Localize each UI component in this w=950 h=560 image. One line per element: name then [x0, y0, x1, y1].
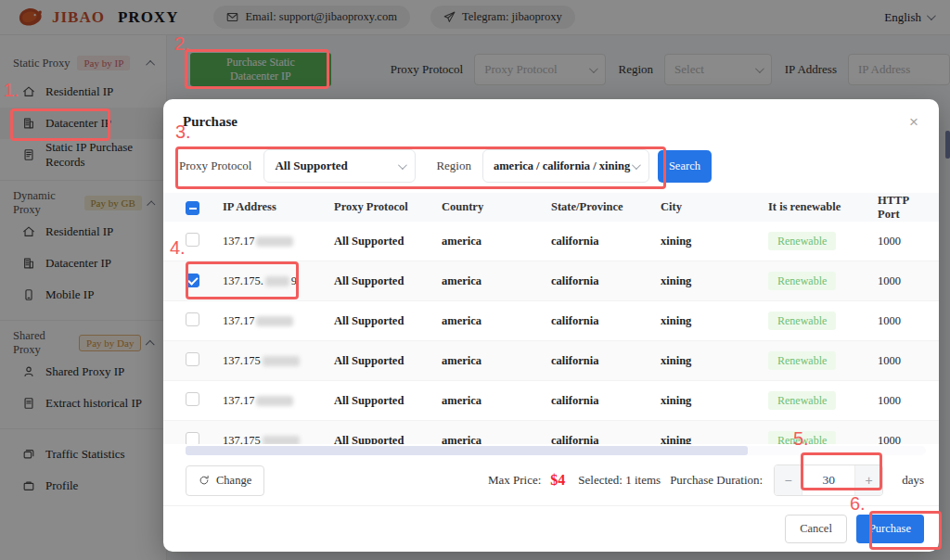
table-row: 137.17 All Supported america california …	[163, 301, 939, 341]
protocol-cell: All Supported	[334, 354, 442, 368]
country-cell: america	[442, 394, 551, 408]
state-cell: california	[551, 274, 661, 288]
col-renewable: It is renewable	[768, 200, 878, 214]
table-row: 137.17 All Supported america california …	[163, 222, 939, 261]
horizontal-scrollbar[interactable]	[186, 446, 926, 455]
blurred-ip-mask	[256, 236, 293, 247]
scrollbar-thumb[interactable]	[186, 446, 748, 455]
country-cell: america	[442, 354, 551, 368]
country-cell: america	[442, 434, 551, 445]
blurred-ip-mask	[256, 396, 293, 406]
app-screen: JIBAO PROXY Email: support@jibaoproxy.co…	[0, 0, 950, 560]
protocol-cell: All Supported	[334, 314, 442, 328]
table-body: 137.17 All Supported america california …	[163, 222, 939, 444]
region-select[interactable]: america / california / xining	[482, 149, 649, 183]
col-port: HTTP Port	[878, 194, 926, 222]
increment-button[interactable]: +	[854, 465, 882, 495]
col-state: State/Province	[551, 200, 661, 214]
days-label: days	[902, 473, 924, 488]
modal-title: Purchase	[183, 114, 238, 130]
state-cell: california	[551, 235, 661, 248]
country-cell: america	[442, 235, 551, 248]
chevron-down-icon	[632, 160, 641, 170]
ip-address-cell: 137.17	[223, 314, 334, 328]
select-all-checkbox[interactable]	[186, 201, 199, 215]
proxy-protocol-label: Proxy Protocol	[179, 159, 251, 173]
blurred-ip-mask	[263, 436, 300, 444]
cancel-button[interactable]: Cancel	[785, 515, 847, 543]
purchase-duration-label: Purchase Duration:	[670, 473, 763, 488]
row-checkbox[interactable]	[186, 233, 199, 247]
row-checkbox[interactable]	[186, 312, 199, 326]
protocol-cell: All Supported	[334, 394, 442, 408]
col-city: City	[661, 200, 768, 214]
table-header: IP Address Proxy Protocol Country State/…	[163, 193, 939, 222]
state-cell: california	[551, 314, 661, 328]
row-checkbox[interactable]	[186, 392, 199, 406]
protocol-cell: All Supported	[334, 274, 442, 288]
state-cell: california	[551, 354, 661, 368]
purchase-modal: Purchase × Proxy Protocol All Supported …	[163, 99, 939, 552]
port-cell: 1000	[878, 434, 926, 445]
purchase-button[interactable]: Purchase	[856, 515, 924, 543]
state-cell: california	[551, 394, 661, 408]
city-cell: xining	[661, 434, 768, 445]
search-button[interactable]: Search	[658, 150, 712, 183]
renewable-badge: Renewable	[768, 272, 836, 290]
ip-address-cell: 137.175	[223, 354, 334, 368]
close-icon[interactable]: ×	[904, 114, 924, 131]
page-scrollbar[interactable]	[945, 131, 950, 159]
protocol-value: All Supported	[275, 159, 347, 173]
change-button[interactable]: Change	[186, 465, 264, 496]
modal-footer: Cancel Purchase	[163, 505, 939, 552]
modal-summary-bar: Change Max Price: $4 Selected: 1 items P…	[186, 461, 924, 500]
row-checkbox[interactable]	[186, 432, 199, 445]
state-cell: california	[551, 434, 661, 445]
ip-address-cell: 137.175	[223, 434, 334, 445]
blurred-ip-mask	[265, 276, 289, 286]
selected-count: Selected: 1 items	[578, 473, 661, 488]
max-price-label: Max Price:	[488, 473, 541, 488]
port-cell: 1000	[878, 394, 926, 408]
table-row: 137.175 All Supported america california…	[163, 421, 939, 444]
modal-filters: Proxy Protocol All Supported Region amer…	[179, 147, 939, 185]
renewable-badge: Renewable	[768, 232, 836, 250]
port-cell: 1000	[878, 314, 926, 328]
ip-address-cell: 137.175.9	[223, 274, 334, 288]
country-cell: america	[442, 274, 551, 288]
city-cell: xining	[661, 354, 768, 368]
row-checkbox[interactable]	[186, 352, 199, 366]
protocol-cell: All Supported	[334, 235, 442, 248]
renewable-badge: Renewable	[768, 351, 836, 370]
refresh-icon	[199, 475, 210, 486]
blurred-ip-mask	[263, 356, 300, 366]
protocol-select[interactable]: All Supported	[263, 149, 416, 183]
ip-address-cell: 137.17	[223, 235, 334, 248]
city-cell: xining	[661, 314, 768, 328]
chevron-down-icon	[398, 160, 407, 170]
ip-address-cell: 137.17	[223, 394, 334, 408]
table-row: 137.175.9 All Supported america californ…	[163, 261, 939, 301]
duration-stepper: − 30 +	[774, 465, 883, 496]
row-checkbox[interactable]	[186, 274, 199, 287]
renewable-badge: Renewable	[768, 391, 836, 410]
change-label: Change	[216, 474, 251, 488]
protocol-cell: All Supported	[334, 434, 442, 445]
duration-value[interactable]: 30	[802, 465, 854, 495]
port-cell: 1000	[878, 354, 926, 368]
max-price-value: $4	[550, 472, 565, 489]
decrement-button[interactable]: −	[775, 465, 802, 495]
port-cell: 1000	[878, 235, 926, 248]
region-value: america / california / xining	[494, 159, 630, 173]
renewable-badge: Renewable	[768, 312, 836, 330]
table-row: 137.17 All Supported america california …	[163, 381, 939, 421]
city-cell: xining	[661, 235, 768, 248]
col-country: Country	[442, 200, 551, 214]
country-cell: america	[442, 314, 551, 328]
blurred-ip-mask	[256, 316, 293, 326]
port-cell: 1000	[878, 274, 926, 288]
col-protocol: Proxy Protocol	[334, 200, 442, 214]
city-cell: xining	[661, 394, 768, 408]
city-cell: xining	[661, 274, 768, 288]
renewable-badge: Renewable	[768, 431, 836, 445]
